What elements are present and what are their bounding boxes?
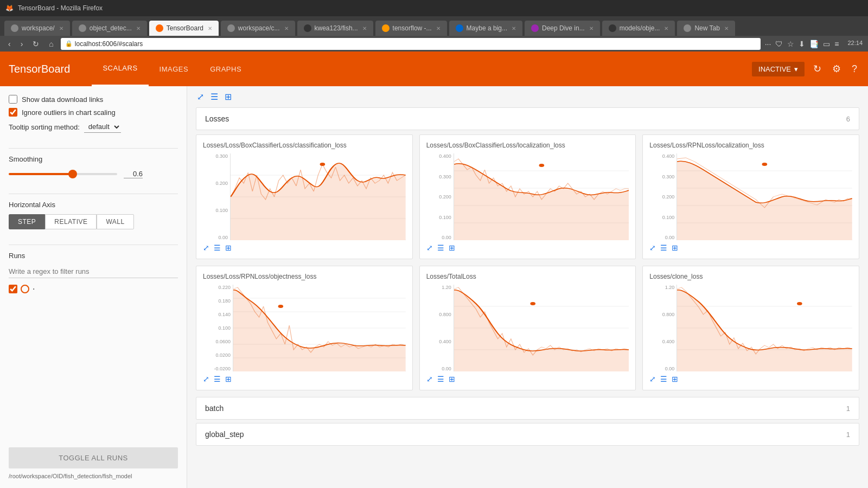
chart3-expand[interactable]: ⤢ [649,243,656,252]
chart4-expand[interactable]: ⤢ [203,375,209,383]
tab-close-icon[interactable]: ✕ [664,25,668,31]
forward-button[interactable]: › [18,38,26,49]
chart6-expand[interactable]: ⤢ [649,375,656,383]
home-button[interactable]: ⌂ [46,38,56,49]
chart5-expand[interactable]: ⤢ [426,375,433,383]
browser-tab[interactable]: models/obje...✕ [602,21,675,36]
show-download-checkbox[interactable] [9,95,17,104]
more-icon[interactable]: ··· [765,40,771,48]
grid-icon[interactable]: ⊞ [224,91,233,103]
back-button[interactable]: ‹ [5,38,14,49]
tab-close-icon[interactable]: ✕ [59,25,63,31]
browser-tab[interactable]: kwea123/fish...✕ [297,21,373,36]
chart6-svg [677,285,852,371]
expand-icon[interactable]: ⤢ [196,91,205,103]
settings-icon[interactable]: ⚙ [830,61,843,77]
refresh-icon[interactable]: ↻ [811,61,824,77]
chart1-plot[interactable] [230,153,406,240]
help-icon[interactable]: ? [850,61,859,77]
tab-close-icon[interactable]: ✕ [436,25,441,31]
browser-tab[interactable]: Deep Dive in...✕ [525,21,600,36]
tab-close-icon[interactable]: ✕ [512,25,516,31]
tab-icon [304,24,311,32]
sidebar-toggle[interactable]: ▭ [823,40,830,48]
smoothing-slider[interactable] [9,173,117,175]
browser-tab[interactable]: tensorflow -...✕ [375,21,447,36]
runs-filter-input[interactable] [9,265,178,278]
losses-section-header[interactable]: Losses 6 [196,107,859,130]
refresh-button[interactable]: ↻ [30,38,42,49]
chart3-list[interactable]: ☰ [660,243,667,252]
tab-close-icon[interactable]: ✕ [284,25,289,31]
chart1-grid[interactable]: ⊞ [225,243,232,252]
step-button[interactable]: STEP [9,214,45,229]
list-icon[interactable]: ☰ [209,91,219,103]
tooltip-select[interactable]: default [84,121,121,133]
tab-close-icon[interactable]: ✕ [589,25,593,31]
bookmark-icon[interactable]: 📑 [809,40,819,48]
chart3-grid[interactable]: ⊞ [672,243,678,252]
svg-point-28 [530,302,535,305]
chart1-icons: ⤢ ☰ ⊞ [203,243,406,252]
chart2-expand[interactable]: ⤢ [426,243,433,252]
chart1-expand[interactable]: ⤢ [203,243,209,252]
tab-label: New Tab [694,24,719,32]
chart5-grid[interactable]: ⊞ [449,375,455,383]
url-bar[interactable]: 🔒 localhost:6006/#scalars [61,38,761,50]
chart3-plot[interactable] [676,153,852,240]
browser-tab[interactable]: object_detec...✕ [72,21,147,36]
relative-button[interactable]: RELATIVE [45,214,97,229]
chart5-list[interactable]: ☰ [437,375,444,383]
clock: 22:14 [847,40,863,48]
status-dropdown[interactable]: INACTIVE ▾ [752,62,805,76]
tab-icon [531,24,539,32]
chart6-list[interactable]: ☰ [660,375,667,383]
shield-icon[interactable]: 🛡 [775,40,783,48]
chart5-plot[interactable] [454,285,629,371]
chart4-plot[interactable] [233,285,406,371]
browser-tab[interactable]: workspace/c...✕ [221,21,295,36]
batch-section-header[interactable]: batch 1 [196,397,859,420]
tab-label: tensorflow -... [393,24,432,32]
show-download-row: Show data download links [9,95,178,104]
run-path: /root/workspace/OID/fish_detection/fish_… [9,473,178,479]
run-circle [21,285,29,293]
browser-tab[interactable]: TensorBoard✕ [149,21,219,36]
nav-images[interactable]: IMAGES [149,52,200,86]
browser-tab[interactable]: Maybe a big...✕ [449,21,522,36]
main-content: Show data download links Ignore outliers… [0,86,868,488]
toolbar-nav: SCALARS IMAGES GRAPHS [92,52,252,86]
nav-scalars[interactable]: SCALARS [92,52,148,86]
toggle-all-runs-button[interactable]: TOGGLE ALL RUNS [9,447,178,468]
tab-close-icon[interactable]: ✕ [136,25,141,31]
chart5-svg [454,285,629,371]
ignore-outliers-checkbox[interactable] [9,108,17,117]
smoothing-value-input[interactable] [124,170,143,178]
chart2-list[interactable]: ☰ [437,243,444,252]
chart6-plot[interactable] [676,285,852,371]
chart2-plot[interactable] [454,153,629,240]
chart2-grid[interactable]: ⊞ [449,243,455,252]
chart1-list[interactable]: ☰ [214,243,221,252]
star-icon[interactable]: ☆ [787,40,794,48]
chart5-title: Losses/TotalLoss [426,273,629,280]
tab-close-icon[interactable]: ✕ [208,25,212,31]
tab-close-icon[interactable]: ✕ [724,25,729,31]
global-step-section-header[interactable]: global_step 1 [196,423,859,446]
run1-checkbox[interactable] [9,285,17,293]
chart4-grid[interactable]: ⊞ [225,375,232,383]
download-icon[interactable]: ⬇ [799,40,805,48]
tooltip-label: Tooltip sorting method: [9,123,80,131]
title-bar: 🦊 TensorBoard - Mozilla Firefox [0,0,868,16]
menu-icon[interactable]: ≡ [834,40,839,48]
tab-close-icon[interactable]: ✕ [362,25,367,31]
browser-tab[interactable]: workspace/✕ [4,21,70,36]
browser-tab[interactable]: New Tab✕ [677,21,735,36]
nav-graphs[interactable]: GRAPHS [199,52,252,86]
chart4-list[interactable]: ☰ [214,375,221,383]
y-axis-4: 0.220 0.180 0.140 0.100 0.0600 0.0200 -0… [208,285,233,371]
smoothing-label: Smoothing [9,155,178,163]
wall-button[interactable]: WALL [97,214,133,229]
chart6-grid[interactable]: ⊞ [672,375,678,383]
charts-grid-row2: Losses/Loss/RPNLoss/objectness_loss 0.22… [196,266,859,390]
